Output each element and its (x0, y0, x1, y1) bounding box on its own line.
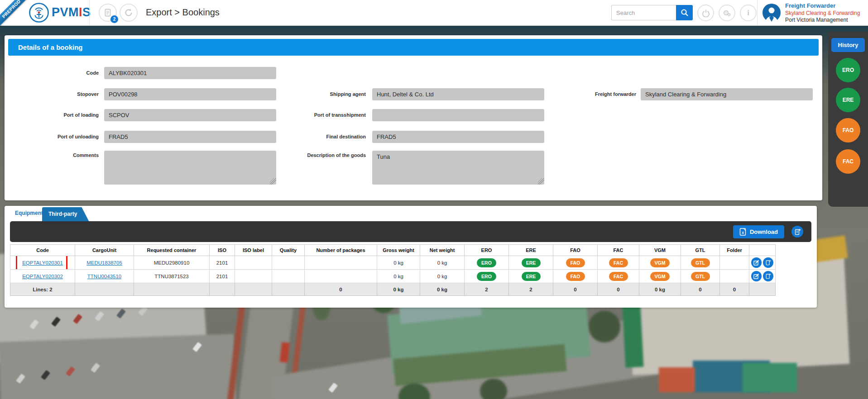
rail-badge-ere[interactable]: ERE (836, 88, 860, 112)
refresh-icon (124, 8, 133, 17)
gear-icon: ⚙ (727, 13, 731, 17)
col-header-ero: ERO (465, 245, 509, 256)
tab-equipment[interactable]: Equipment (15, 210, 43, 216)
total-ere: 2 (509, 283, 553, 296)
notification-badge: 2 (110, 15, 118, 23)
photo-blob (659, 367, 695, 392)
excel-file-icon: x (739, 228, 746, 236)
gross-weight-cell: 0 kg (377, 256, 420, 270)
refresh-button[interactable] (120, 4, 138, 22)
equipment-code-link[interactable]: EQPTALY020301 (22, 260, 63, 266)
lines-count: Lines: 2 (10, 283, 75, 296)
code-field (104, 67, 276, 79)
status-badge-fao[interactable]: FAO (566, 272, 585, 281)
history-button[interactable]: History (831, 38, 865, 52)
status-badge-ere[interactable]: ERE (522, 272, 541, 281)
col-header-folder: Folder (720, 245, 749, 256)
status-badge-fac[interactable]: FAC (609, 272, 628, 281)
status-badge-fac[interactable]: FAC (609, 258, 628, 267)
status-badge-ero[interactable]: ERO (477, 272, 496, 281)
col-header-gtl: GTL (681, 245, 720, 256)
col-header-net-weight: Net weight (420, 245, 465, 256)
final-destination-label: Final destination (275, 134, 366, 139)
status-badge-fao[interactable]: FAO (566, 258, 585, 267)
status-badge-ere[interactable]: ERE (522, 258, 541, 267)
app-wordmark: PVMIS (52, 5, 91, 19)
user-role: Freight Forwarder (785, 2, 868, 10)
status-badge-ero[interactable]: ERO (477, 258, 496, 267)
port-of-unloading-field (104, 131, 276, 143)
comments-field (104, 151, 276, 185)
col-header-requested-container: Requested container (134, 245, 210, 256)
photo-blob (743, 363, 797, 392)
status-badge-gtl[interactable]: GTL (691, 272, 710, 281)
header-divider (757, 0, 758, 25)
equipment-code-link[interactable]: EQPTALY020302 (22, 274, 63, 279)
col-header-fao: FAO (553, 245, 598, 256)
add-document-icon (794, 228, 801, 235)
user-organization: Port Victoria Management (785, 17, 868, 24)
svg-text:x: x (742, 230, 744, 234)
iso-label-cell (235, 270, 272, 283)
table-header-row: Code CargoUnit Requested container ISO I… (10, 245, 776, 256)
quality-cell (272, 270, 305, 283)
comments-label: Comments (8, 152, 99, 158)
port-of-loading-label: Port of loading (8, 112, 99, 118)
col-header-number-of-packages: Number of packages (305, 245, 377, 256)
table-toolbar: x Download (10, 221, 811, 242)
port-of-unloading-label: Port of unloading (8, 134, 99, 139)
edit-icon (753, 273, 759, 279)
anchor-signal-icon (29, 2, 49, 23)
total-fac: 0 (598, 283, 639, 296)
col-header-actions (749, 245, 776, 256)
add-document-button[interactable] (791, 226, 803, 238)
edit-row-button[interactable] (751, 271, 762, 281)
info-button[interactable]: i (740, 5, 757, 21)
total-ero: 2 (465, 283, 509, 296)
user-info[interactable]: Freight Forwarder Skyland Clearing & For… (785, 2, 868, 25)
quality-cell (272, 256, 305, 270)
equipment-table: Code CargoUnit Requested container ISO I… (10, 244, 776, 296)
tab-third-party[interactable]: Third-party (42, 207, 89, 221)
col-header-fac: FAC (598, 245, 639, 256)
iso-cell: 2101 (210, 270, 235, 283)
status-badge-gtl[interactable]: GTL (691, 258, 710, 267)
rail-badge-fac[interactable]: FAC (836, 149, 860, 174)
equipment-panel: Equipment Third-party x Download (5, 206, 817, 308)
cargo-unit-link[interactable]: TTNU0043510 (87, 274, 121, 279)
col-header-gross-weight: Gross weight (377, 245, 420, 256)
rail-badge-fao[interactable]: FAO (836, 118, 860, 142)
cargo-unit-link[interactable]: MEDU1838705 (86, 260, 122, 266)
report-button[interactable]: 2 (99, 4, 117, 22)
edit-row-button[interactable] (751, 257, 762, 268)
add-document-icon (765, 260, 771, 266)
total-gross-weight: 0 kg (377, 283, 420, 296)
iso-label-cell (235, 256, 272, 270)
shipping-agent-field (372, 88, 544, 100)
app-logo[interactable] (29, 2, 49, 23)
col-header-iso: ISO (210, 245, 235, 256)
row-add-document-button[interactable] (763, 271, 773, 281)
requested-container-cell: TTNU3871523 (134, 270, 210, 283)
col-header-ere: ERE (509, 245, 553, 256)
rail-badge-ero[interactable]: ERO (836, 58, 860, 82)
photo-blob (0, 334, 237, 399)
total-folder: 0 (720, 283, 749, 296)
edit-icon (753, 260, 759, 266)
status-badge-vgm[interactable]: VGM (650, 272, 670, 281)
settings-button[interactable]: ⚙⚙ (719, 5, 735, 21)
logout-button[interactable] (697, 5, 714, 21)
photo-blob (589, 311, 620, 342)
user-avatar[interactable] (762, 4, 781, 22)
net-weight-cell: 0 kg (420, 256, 465, 270)
row-add-document-button[interactable] (763, 257, 773, 268)
search-input[interactable] (611, 5, 676, 20)
download-button[interactable]: x Download (733, 225, 784, 238)
table-footer-row: Lines: 2 0 0 kg 0 kg 2 2 0 0 0 kg 0 0 (10, 283, 776, 296)
total-fao: 0 (553, 283, 598, 296)
power-icon (702, 9, 710, 17)
status-badge-vgm[interactable]: VGM (650, 258, 670, 267)
stopover-field (104, 88, 276, 100)
search-button[interactable] (676, 5, 693, 20)
gross-weight-cell: 0 kg (377, 270, 420, 283)
